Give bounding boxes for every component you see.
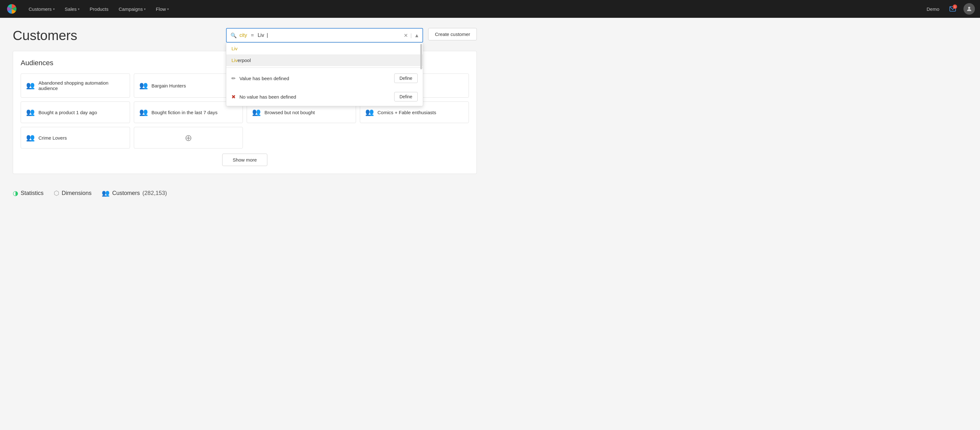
audience-icon: 👥 xyxy=(252,108,261,116)
customers-count: (282,153) xyxy=(142,190,167,197)
statistics-icon: ◑ xyxy=(13,189,18,197)
audience-card-crime[interactable]: 👥 Crime Lovers xyxy=(21,127,130,148)
dropdown-scrollbar[interactable] xyxy=(420,44,422,69)
stat-dimensions[interactable]: ⬡ Dimensions xyxy=(54,189,92,197)
search-up-button[interactable]: ▲ xyxy=(413,32,420,39)
suggestion-liverpool[interactable]: Liverpool xyxy=(226,54,423,66)
add-icon: ⊕ xyxy=(185,133,192,143)
audience-add-card[interactable]: ⊕ xyxy=(134,127,243,148)
search-value: Liv xyxy=(258,32,264,38)
audience-name: Comics + Fable enthusiasts xyxy=(378,110,436,115)
stats-footer: ◑ Statistics ⬡ Dimensions 👥 Customers (2… xyxy=(13,184,477,202)
chevron-down-icon: ▾ xyxy=(78,7,80,11)
dropdown-divider xyxy=(226,67,423,68)
statistics-label: Statistics xyxy=(21,190,43,197)
audience-name: Bought fiction in the last 7 days xyxy=(152,110,218,115)
chevron-down-icon: ▾ xyxy=(53,7,55,11)
navbar: Customers ▾ Sales ▾ Products Campaigns ▾… xyxy=(0,0,980,18)
chevron-down-icon: ▾ xyxy=(144,7,146,11)
mail-button[interactable]: 1 xyxy=(947,3,958,14)
audience-name: Bargain Hunters xyxy=(152,83,186,88)
audience-name: Crime Lovers xyxy=(38,135,67,140)
search-clear-button[interactable]: ✕ xyxy=(402,32,409,39)
cross-icon: ✖ xyxy=(231,94,235,100)
search-actions: ✕ | ▲ xyxy=(402,32,420,39)
audience-name: Abandoned shopping automation audience xyxy=(38,80,125,91)
nav-demo-label: Demo xyxy=(927,6,939,12)
main-content: Customers 🔍 city = Liv| ✕ | ▲ xyxy=(0,18,490,212)
nav-sales[interactable]: Sales ▾ xyxy=(61,5,84,14)
mail-badge: 1 xyxy=(953,5,957,9)
show-more-button[interactable]: Show more xyxy=(222,154,267,166)
search-dropdown: Liv Liverpool ✏ Value has been defined D… xyxy=(226,43,423,106)
audience-icon: 👥 xyxy=(26,81,35,90)
audience-icon: 👥 xyxy=(139,108,148,116)
app-logo[interactable] xyxy=(5,2,18,16)
no-value-label: No value has been defined xyxy=(239,94,296,100)
audience-name: Browsed but not bought xyxy=(264,110,315,115)
define-value-button[interactable]: Define xyxy=(394,73,418,83)
user-avatar-button[interactable] xyxy=(964,3,975,14)
chevron-down-icon: ▾ xyxy=(167,7,169,11)
nav-products[interactable]: Products xyxy=(86,5,112,14)
nav-campaigns[interactable]: Campaigns ▾ xyxy=(115,5,150,14)
suggestion-liv[interactable]: Liv xyxy=(226,43,423,54)
search-wrapper: 🔍 city = Liv| ✕ | ▲ Liv Li xyxy=(226,28,423,43)
page-title: Customers xyxy=(13,28,77,43)
audience-icon: 👥 xyxy=(139,81,148,90)
search-icon: 🔍 xyxy=(231,32,237,38)
search-cursor: | xyxy=(267,32,268,38)
nav-flow[interactable]: Flow ▾ xyxy=(152,5,173,14)
audience-icon: 👥 xyxy=(26,134,35,142)
dimensions-label: Dimensions xyxy=(62,190,92,197)
audience-card-abandoned[interactable]: 👥 Abandoned shopping automation audience xyxy=(21,73,130,98)
audience-icon: 👥 xyxy=(365,108,374,116)
svg-point-2 xyxy=(968,7,970,9)
search-box[interactable]: 🔍 city = Liv| ✕ | ▲ xyxy=(226,28,423,43)
pencil-icon: ✏ xyxy=(231,75,235,81)
search-equals: = xyxy=(251,32,254,38)
search-filter-tag: city xyxy=(239,32,247,38)
stat-customers[interactable]: 👥 Customers (282,153) xyxy=(102,189,167,197)
customers-stat-label: Customers xyxy=(112,190,140,197)
create-customer-button[interactable]: Create customer xyxy=(428,28,477,40)
dropdown-no-value[interactable]: ✖ No value has been defined Define xyxy=(226,88,423,106)
header-row: Customers 🔍 city = Liv| ✕ | ▲ xyxy=(13,28,477,43)
stat-statistics[interactable]: ◑ Statistics xyxy=(13,189,43,197)
dimensions-icon: ⬡ xyxy=(54,189,59,197)
audience-name: Bought a product 1 day ago xyxy=(38,110,97,115)
value-defined-label: Value has been defined xyxy=(239,76,289,81)
define-no-value-button[interactable]: Define xyxy=(394,92,418,102)
audience-icon: 👥 xyxy=(26,108,35,116)
customers-icon: 👥 xyxy=(102,189,110,197)
nav-customers[interactable]: Customers ▾ xyxy=(25,5,59,14)
dropdown-value-defined[interactable]: ✏ Value has been defined Define xyxy=(226,69,423,88)
audience-card-bought-1day[interactable]: 👥 Bought a product 1 day ago xyxy=(21,102,130,123)
